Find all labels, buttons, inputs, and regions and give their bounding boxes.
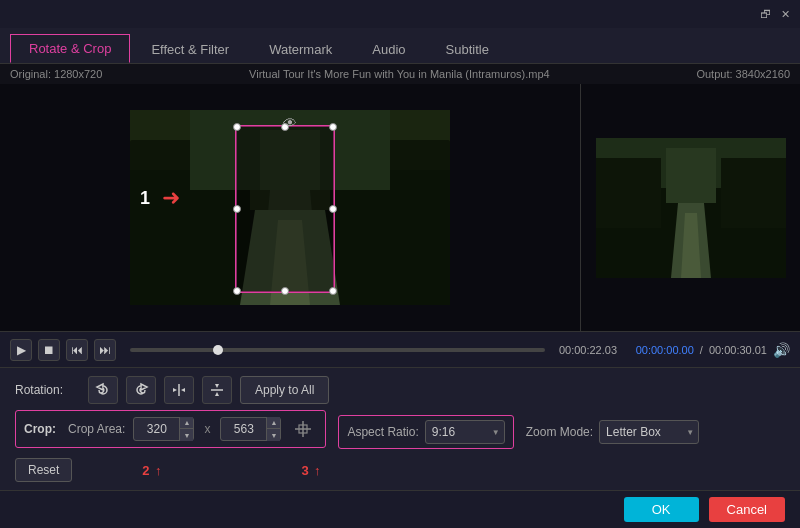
stop-button[interactable]: ⏹ <box>38 339 60 361</box>
handle-bl[interactable] <box>233 287 241 295</box>
main-content: Original: 1280x720 Virtual Tour It's Mor… <box>0 64 800 528</box>
rotate-left-button[interactable] <box>88 376 118 404</box>
time-display: 00:00:22.03 <box>559 344 617 356</box>
annotation-3-arrow: ↑ <box>314 463 321 478</box>
annotation-2-arrow: ↑ <box>155 463 162 478</box>
arrow-indicator: ➜ <box>162 185 180 211</box>
original-label: Original: 1280x720 <box>10 68 102 80</box>
handle-ml[interactable] <box>233 205 241 213</box>
video-thumb-right <box>596 138 786 278</box>
tab-rotate-crop[interactable]: Rotate & Crop <box>10 34 130 63</box>
time-separator: / <box>700 344 703 356</box>
annotation-2: 2 ↑ <box>142 463 161 478</box>
crop-row: Crop: Crop Area: ▲ ▼ x ▲ ▼ <box>15 410 326 448</box>
tabs-bar: Rotate & Crop Effect & Filter Watermark … <box>0 28 800 64</box>
crop-height-input[interactable] <box>221 422 266 436</box>
height-up-button[interactable]: ▲ <box>266 417 280 429</box>
aspect-ratio-select[interactable]: 9:16 16:9 4:3 1:1 Custom <box>425 420 505 444</box>
video-thumb-left: 👁 1 ➜ <box>130 110 450 305</box>
annotation-2-label: 2 <box>142 463 149 478</box>
tab-audio[interactable]: Audio <box>353 35 424 63</box>
svg-marker-21 <box>181 388 185 392</box>
annotation-3: 3 ↑ <box>301 463 320 478</box>
preview-videos: 👁 1 ➜ <box>0 84 800 331</box>
crop-label: Crop: <box>24 422 56 436</box>
flip-horizontal-button[interactable] <box>164 376 194 404</box>
aspect-section: Aspect Ratio: 9:16 16:9 4:3 1:1 Custom <box>338 415 513 449</box>
svg-rect-17 <box>596 158 661 228</box>
width-up-button[interactable]: ▲ <box>179 417 193 429</box>
rotation-row: Rotation: <box>15 376 785 404</box>
bottom-controls: Reset 2 ↑ 3 ↑ <box>15 458 785 482</box>
tab-watermark[interactable]: Watermark <box>250 35 351 63</box>
filename-label: Virtual Tour It's More Fun with You in M… <box>249 68 550 80</box>
time-total: 00:00:30.01 <box>709 344 767 356</box>
prev-button[interactable]: ⏮ <box>66 339 88 361</box>
crop-center-button[interactable] <box>289 415 317 443</box>
handle-tl[interactable] <box>233 123 241 131</box>
svg-rect-16 <box>666 148 716 203</box>
width-spinners: ▲ ▼ <box>179 417 193 441</box>
handle-tr[interactable] <box>329 123 337 131</box>
zoom-mode-wrapper: Letter Box Pan & Scan Full <box>599 420 699 444</box>
controls-panel: Rotation: <box>0 367 800 490</box>
x-separator: x <box>204 422 210 436</box>
zoom-mode-section: Zoom Mode: Letter Box Pan & Scan Full <box>526 420 699 444</box>
height-down-button[interactable]: ▼ <box>266 429 280 441</box>
play-button[interactable]: ▶ <box>10 339 32 361</box>
timeline-progress[interactable] <box>130 348 545 352</box>
annotation-3-label: 3 <box>301 463 308 478</box>
cancel-button[interactable]: Cancel <box>709 497 785 522</box>
crop-overlay[interactable] <box>235 125 335 293</box>
zoom-mode-select[interactable]: Letter Box Pan & Scan Full <box>599 420 699 444</box>
handle-bm[interactable] <box>281 287 289 295</box>
preview-info-bar: Original: 1280x720 Virtual Tour It's Mor… <box>0 64 800 84</box>
svg-marker-24 <box>215 392 219 396</box>
close-button[interactable]: ✕ <box>778 7 792 21</box>
preview-left: 👁 1 ➜ <box>0 84 580 331</box>
handle-mr[interactable] <box>329 205 337 213</box>
preview-area: Original: 1280x720 Virtual Tour It's Mor… <box>0 64 800 367</box>
next-button[interactable]: ⏭ <box>94 339 116 361</box>
svg-rect-6 <box>330 170 450 305</box>
eye-icon: 👁 <box>283 115 297 131</box>
number-label: 1 <box>140 187 150 208</box>
restore-button[interactable]: 🗗 <box>758 7 772 21</box>
aspect-label: Aspect Ratio: <box>347 425 418 439</box>
volume-icon[interactable]: 🔊 <box>773 342 790 358</box>
timeline-bar: ▶ ⏹ ⏮ ⏭ 00:00:22.03 00:00:00.00 / 00:00:… <box>0 331 800 367</box>
crop-width-input[interactable] <box>134 422 179 436</box>
ok-button[interactable]: OK <box>624 497 699 522</box>
svg-rect-18 <box>721 158 786 228</box>
zoom-mode-label: Zoom Mode: <box>526 425 593 439</box>
timeline-dot[interactable] <box>213 345 223 355</box>
time-current: 00:00:00.00 <box>636 344 694 356</box>
apply-to-all-button[interactable]: Apply to All <box>240 376 329 404</box>
reset-button[interactable]: Reset <box>15 458 72 482</box>
crop-height-input-group: ▲ ▼ <box>220 417 281 441</box>
tab-effect-filter[interactable]: Effect & Filter <box>132 35 248 63</box>
svg-marker-23 <box>215 384 219 388</box>
width-down-button[interactable]: ▼ <box>179 429 193 441</box>
rotate-right-button[interactable] <box>126 376 156 404</box>
aspect-ratio-wrapper: 9:16 16:9 4:3 1:1 Custom <box>425 420 505 444</box>
handle-br[interactable] <box>329 287 337 295</box>
crop-area-label: Crop Area: <box>68 422 125 436</box>
preview-right <box>580 84 800 331</box>
rotation-label: Rotation: <box>15 383 80 397</box>
output-preview-svg <box>596 138 786 278</box>
bottom-bar: OK Cancel <box>0 490 800 528</box>
height-spinners: ▲ ▼ <box>266 417 280 441</box>
crop-width-input-group: ▲ ▼ <box>133 417 194 441</box>
flip-vertical-button[interactable] <box>202 376 232 404</box>
svg-marker-20 <box>173 388 177 392</box>
title-bar: 🗗 ✕ <box>0 0 800 28</box>
output-label: Output: 3840x2160 <box>696 68 790 80</box>
tab-subtitle[interactable]: Subtitle <box>427 35 508 63</box>
